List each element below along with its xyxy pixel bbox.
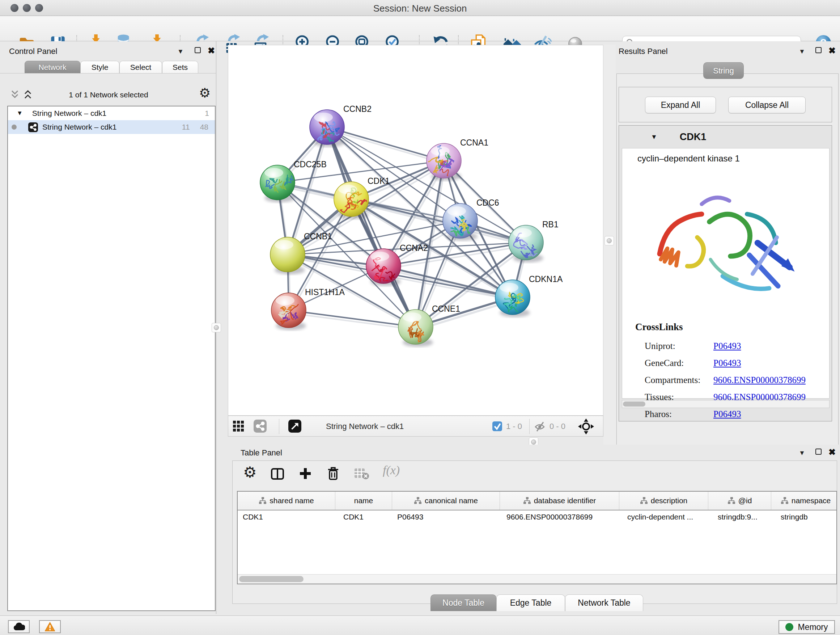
node-gloss — [276, 296, 294, 305]
current-network-dot-icon — [11, 125, 17, 130]
results-panel-float-button[interactable]: ▼ — [799, 48, 805, 55]
warnings-button[interactable] — [39, 620, 61, 633]
right-splitter-handle[interactable] — [605, 236, 614, 245]
node-gloss — [275, 240, 294, 249]
selected-nodes-checkbox[interactable] — [493, 421, 502, 432]
collapse-all-button[interactable]: Collapse All — [728, 97, 806, 113]
table-panel-maximize-button[interactable] — [815, 448, 821, 455]
tab-string[interactable]: String — [703, 62, 744, 79]
crosslinks-title: CrossLinks — [635, 321, 683, 333]
main-toolbar: ? — [0, 16, 840, 41]
tab-network-table[interactable]: Network Table — [565, 594, 643, 611]
protein-description: cyclin–dependent kinase 1 — [638, 154, 740, 164]
results-panel-title: Results Panel — [619, 47, 668, 56]
birds-eye-view-button[interactable] — [578, 418, 594, 436]
node-gloss — [370, 252, 389, 261]
network-edge-shadow — [353, 202, 527, 245]
tab-select[interactable]: Select — [119, 61, 162, 73]
hidden-toggle[interactable] — [534, 421, 545, 433]
control-panel-close-button[interactable]: ✖ — [208, 46, 215, 56]
plus-icon — [299, 467, 312, 480]
shared-column-icon — [259, 497, 267, 505]
network-canvas[interactable]: CCNB2CCNA1CDC25BCDK1CDC6RB1CCNB1CCNA2CDK… — [228, 45, 603, 416]
table-panel-float-button[interactable]: ▼ — [799, 449, 805, 457]
network-row-selected[interactable]: String Network – cdk1 11 48 — [8, 120, 215, 134]
delete-columns-button[interactable] — [326, 466, 340, 482]
node-label-CDKN1A: CDKN1A — [529, 274, 563, 284]
expand-all-networks-button[interactable] — [9, 89, 20, 101]
tab-network[interactable]: Network — [25, 61, 80, 73]
title-bar: Session: New Session — [0, 0, 840, 16]
crosslink-row: Uniprot: P06493 — [645, 337, 826, 355]
table-horizontal-scrollbar — [238, 574, 836, 584]
node-label-CDC6: CDC6 — [477, 198, 499, 207]
tab-node-table[interactable]: Node Table — [431, 594, 496, 611]
results-panel-close-button[interactable]: ✖ — [829, 46, 836, 56]
genecard-link[interactable]: P06493 — [714, 358, 741, 368]
crosshair-icon — [578, 418, 594, 435]
table-panel-close-button[interactable]: ✖ — [829, 447, 836, 457]
delete-table-button-disabled[interactable] — [354, 467, 370, 481]
card-scrollbar-thumb[interactable] — [623, 402, 645, 407]
double-chevron-down-icon — [9, 89, 20, 100]
column-header-name[interactable]: name — [335, 492, 392, 510]
double-chevron-up-icon — [22, 89, 33, 100]
crosslink-row: GeneCard: P06493 — [645, 355, 826, 371]
protein-card-header[interactable]: ▼ CDK1 — [619, 126, 832, 148]
network-graph: CCNB2CCNA1CDC25BCDK1CDC6RB1CCNB1CCNA2CDK… — [228, 45, 604, 416]
network-badge-button[interactable] — [254, 420, 267, 434]
control-panel: Control Panel ▼ ✖ Network Style Select S… — [0, 41, 216, 614]
tab-edge-table[interactable]: Edge Table — [496, 594, 565, 611]
node-gloss — [403, 312, 422, 322]
node-label-CCNB2: CCNB2 — [343, 104, 371, 114]
table-settings-gear-icon[interactable]: ⚙ — [243, 463, 257, 481]
table-scrollbar-thumb[interactable] — [239, 576, 303, 582]
column-header-database-identifier[interactable]: database identifier — [500, 492, 619, 510]
network-selection-status: 1 of 1 Network selected — [33, 90, 185, 99]
shared-column-icon — [728, 497, 736, 505]
delete-table-icon — [354, 467, 370, 480]
collapse-all-networks-button[interactable] — [22, 89, 33, 101]
column-header-shared-name[interactable]: shared name — [238, 492, 335, 510]
control-panel-float-button[interactable]: ▼ — [177, 48, 184, 55]
collapse-card-triangle-icon[interactable]: ▼ — [651, 133, 657, 141]
eye-slash-small-icon — [534, 421, 545, 432]
node-label-CDK1: CDK1 — [368, 176, 390, 186]
crosslink-row: Compartments: 9606.ENSP00000378699 — [645, 371, 826, 388]
column-header-description[interactable]: description — [619, 492, 708, 510]
table-row[interactable]: CDK1 CDK1 P06493 9606.ENSP00000378699 cy… — [238, 510, 837, 524]
hidden-count: 0 - 0 — [549, 422, 565, 431]
network-collection-row[interactable]: ▼ String Network – cdk1 1 — [8, 106, 215, 120]
protein-card-body: cyclin–dependent kinase 1 Cr — [622, 148, 829, 399]
left-splitter-handle[interactable] — [212, 323, 221, 333]
network-edge-count: 48 — [200, 123, 208, 131]
status-bar: Memory — [0, 616, 840, 635]
node-label-CCNE1: CCNE1 — [432, 304, 460, 314]
expand-all-button[interactable]: Expand All — [645, 97, 716, 113]
results-panel: Results Panel ▼ ✖ String Expand All Coll… — [616, 41, 840, 446]
collection-expand-triangle-icon[interactable]: ▼ — [17, 110, 23, 117]
automation-status-button[interactable] — [8, 620, 30, 633]
tab-sets[interactable]: Sets — [162, 61, 198, 73]
always-show-grid-button[interactable] — [233, 420, 244, 433]
network-options-gear-icon[interactable]: ⚙ — [199, 86, 210, 101]
shared-column-icon — [414, 497, 422, 505]
compartments-link[interactable]: 9606.ENSP00000378699 — [714, 375, 806, 385]
uniprot-link[interactable]: P06493 — [714, 341, 741, 351]
network-view-title: String Network – cdk1 — [326, 422, 404, 431]
column-header-canonical-name[interactable]: canonical name — [392, 492, 500, 510]
memory-status-button[interactable]: Memory — [778, 620, 835, 634]
detach-view-button[interactable] — [288, 420, 302, 434]
results-panel-maximize-button[interactable] — [815, 47, 821, 53]
tab-style[interactable]: Style — [80, 61, 119, 73]
function-builder-button-disabled[interactable]: f(x) — [383, 463, 400, 477]
cytoscape-window: { "window": { "title": "Session: New Ses… — [0, 0, 840, 635]
create-column-button[interactable] — [299, 467, 312, 481]
pharos-link[interactable]: P06493 — [714, 409, 741, 419]
control-panel-maximize-button[interactable] — [195, 47, 201, 53]
column-header-id[interactable]: @id — [708, 492, 771, 510]
warning-triangle-icon — [44, 622, 55, 632]
column-header-namespace[interactable]: namespace — [771, 492, 837, 510]
show-columns-button[interactable] — [271, 468, 284, 481]
collection-label: String Network – cdk1 — [32, 109, 106, 118]
